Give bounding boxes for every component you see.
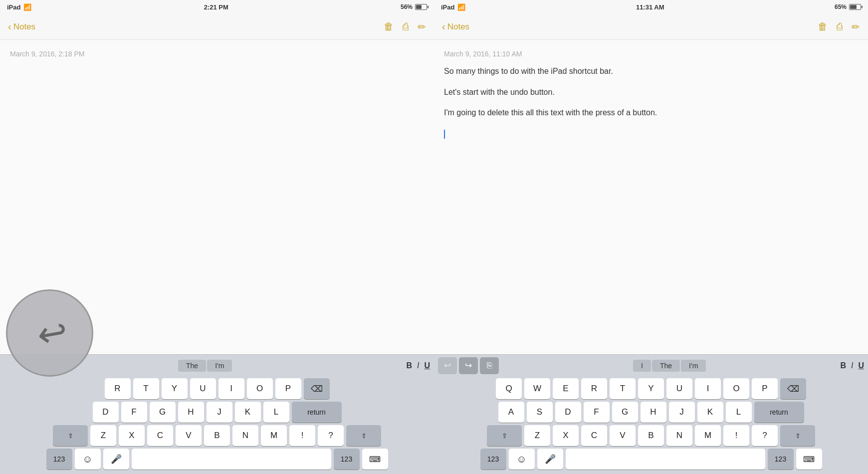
right-key-z[interactable]: Z [524, 425, 550, 446]
right-battery-bar [849, 4, 861, 10]
left-key-j[interactable]: J [207, 402, 232, 423]
right-key-y[interactable]: Y [638, 378, 664, 399]
right-suggestion-i[interactable]: I [633, 360, 651, 372]
left-suggestion-the[interactable]: The [178, 360, 206, 372]
right-key-p[interactable]: P [752, 378, 778, 399]
right-delete-icon[interactable]: 🗑 [818, 21, 828, 32]
left-bold-btn[interactable]: B [406, 361, 412, 370]
left-key-excl[interactable]: ! [289, 425, 315, 446]
right-back-button[interactable]: ‹ Notes [442, 21, 469, 32]
left-key-num-l[interactable]: 123 [46, 449, 72, 470]
left-delete-icon[interactable]: 🗑 [384, 21, 394, 32]
right-edit-icon[interactable]: ✏ [852, 21, 860, 33]
left-italic-btn[interactable]: I [417, 361, 419, 370]
right-key-o[interactable]: O [723, 378, 749, 399]
right-suggestion-im[interactable]: I'm [681, 360, 706, 372]
right-key-quest[interactable]: ? [752, 425, 778, 446]
right-key-m[interactable]: M [695, 425, 721, 446]
left-key-space[interactable] [132, 449, 331, 470]
right-key-l[interactable]: L [726, 402, 752, 423]
right-note-area[interactable]: March 9, 2016, 11:10 AM So many things t… [434, 40, 868, 354]
right-underline-btn[interactable]: U [858, 361, 864, 370]
right-share-icon[interactable]: ⎙ [837, 21, 843, 32]
right-key-i[interactable]: I [695, 378, 721, 399]
right-key-shift-l[interactable]: ⇧ [487, 425, 522, 446]
right-key-mic[interactable]: 🎤 [537, 449, 563, 470]
left-key-hide[interactable]: ⌨ [362, 449, 388, 470]
right-paste-btn[interactable]: ⎘ [480, 357, 499, 374]
right-key-k[interactable]: K [697, 402, 723, 423]
right-key-w[interactable]: W [524, 378, 550, 399]
right-key-q[interactable]: Q [496, 378, 522, 399]
left-key-return[interactable]: return [292, 402, 342, 423]
right-key-shift-r[interactable]: ⇧ [780, 425, 815, 446]
right-key-n[interactable]: N [666, 425, 692, 446]
left-edit-icon[interactable]: ✏ [418, 21, 426, 33]
left-key-shift-l[interactable]: ⇧ [53, 425, 88, 446]
right-key-c[interactable]: C [581, 425, 607, 446]
left-key-p[interactable]: P [275, 378, 301, 399]
right-key-h[interactable]: H [641, 402, 666, 423]
left-key-m[interactable]: M [261, 425, 287, 446]
right-key-num-r[interactable]: 123 [768, 449, 794, 470]
left-underline-btn[interactable]: U [424, 361, 430, 370]
right-key-e[interactable]: E [553, 378, 579, 399]
right-key-r[interactable]: R [581, 378, 607, 399]
left-key-k[interactable]: K [235, 402, 261, 423]
right-key-s[interactable]: S [527, 402, 553, 423]
right-key-num-l[interactable]: 123 [480, 449, 506, 470]
right-undo-btn[interactable]: ↩ [438, 357, 457, 374]
left-suggestion-im[interactable]: I'm [207, 360, 232, 372]
right-note-cursor-line [444, 127, 858, 140]
left-key-mic[interactable]: 🎤 [103, 449, 129, 470]
left-key-v[interactable]: V [176, 425, 202, 446]
left-key-u[interactable]: U [190, 378, 216, 399]
right-key-return[interactable]: return [754, 402, 804, 423]
left-key-l[interactable]: L [263, 402, 289, 423]
left-key-r[interactable]: R [105, 378, 131, 399]
left-key-t[interactable]: T [133, 378, 159, 399]
left-key-quest[interactable]: ? [318, 425, 344, 446]
left-key-h[interactable]: H [178, 402, 204, 423]
left-key-delete[interactable]: ⌫ [304, 378, 330, 399]
right-key-v[interactable]: V [610, 425, 636, 446]
right-key-space[interactable] [566, 449, 765, 470]
left-key-i[interactable]: I [218, 378, 244, 399]
left-key-o[interactable]: O [247, 378, 273, 399]
left-key-g[interactable]: G [150, 402, 176, 423]
undo-circle[interactable]: ↪ [6, 289, 93, 377]
left-key-z[interactable]: Z [90, 425, 116, 446]
right-italic-btn[interactable]: I [851, 361, 853, 370]
left-key-b[interactable]: B [204, 425, 230, 446]
right-key-t[interactable]: T [610, 378, 636, 399]
right-key-f[interactable]: F [584, 402, 610, 423]
right-status-left: iPad 📶 [441, 3, 465, 11]
right-redo-btn[interactable]: ↪ [459, 357, 478, 374]
left-battery-bar [415, 4, 427, 10]
right-key-j[interactable]: J [669, 402, 695, 423]
left-back-button[interactable]: ‹ Notes [8, 21, 35, 32]
right-suggestion-the[interactable]: The [652, 360, 680, 372]
right-key-u[interactable]: U [666, 378, 692, 399]
right-key-a[interactable]: A [498, 402, 524, 423]
right-bold-btn[interactable]: B [840, 361, 846, 370]
left-key-d[interactable]: D [93, 402, 119, 423]
right-key-emoji[interactable]: ☺ [509, 449, 535, 470]
right-note-text[interactable]: So many things to do with the iPad short… [444, 65, 858, 140]
left-key-x[interactable]: X [119, 425, 145, 446]
left-share-icon[interactable]: ⎙ [403, 21, 409, 32]
left-key-n[interactable]: N [232, 425, 258, 446]
left-key-y[interactable]: Y [162, 378, 188, 399]
right-key-delete[interactable]: ⌫ [780, 378, 806, 399]
left-key-shift-r[interactable]: ⇧ [346, 425, 381, 446]
right-key-x[interactable]: X [553, 425, 579, 446]
left-key-emoji[interactable]: ☺ [75, 449, 101, 470]
right-key-excl[interactable]: ! [723, 425, 749, 446]
left-key-f[interactable]: F [121, 402, 147, 423]
right-key-d[interactable]: D [555, 402, 581, 423]
left-key-c[interactable]: C [147, 425, 173, 446]
right-key-hide[interactable]: ⌨ [796, 449, 822, 470]
left-key-num-r[interactable]: 123 [334, 449, 360, 470]
right-key-b[interactable]: B [638, 425, 664, 446]
right-key-g[interactable]: G [612, 402, 638, 423]
